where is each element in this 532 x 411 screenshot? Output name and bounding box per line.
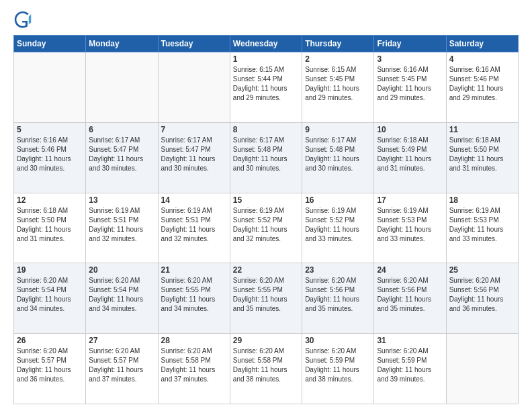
- calendar-cell: 17Sunrise: 6:19 AM Sunset: 5:53 PM Dayli…: [374, 193, 446, 263]
- weekday-header-sunday: Sunday: [14, 36, 86, 52]
- header: [13, 11, 519, 30]
- week-row-4: 19Sunrise: 6:20 AM Sunset: 5:54 PM Dayli…: [14, 263, 519, 334]
- calendar-cell: 1Sunrise: 6:15 AM Sunset: 5:44 PM Daylig…: [230, 52, 302, 123]
- day-number: 4: [449, 54, 515, 64]
- day-info: Sunrise: 6:19 AM Sunset: 5:51 PM Dayligh…: [161, 206, 227, 244]
- day-info: Sunrise: 6:20 AM Sunset: 5:59 PM Dayligh…: [377, 347, 443, 384]
- calendar-cell: 21Sunrise: 6:20 AM Sunset: 5:55 PM Dayli…: [158, 263, 230, 334]
- day-info: Sunrise: 6:16 AM Sunset: 5:46 PM Dayligh…: [449, 65, 515, 103]
- day-number: 31: [377, 336, 443, 345]
- week-row-3: 12Sunrise: 6:18 AM Sunset: 5:50 PM Dayli…: [14, 193, 519, 263]
- day-info: Sunrise: 6:20 AM Sunset: 5:57 PM Dayligh…: [17, 347, 83, 384]
- calendar-cell: 12Sunrise: 6:18 AM Sunset: 5:50 PM Dayli…: [14, 193, 86, 263]
- day-info: Sunrise: 6:20 AM Sunset: 5:58 PM Dayligh…: [233, 347, 299, 384]
- day-info: Sunrise: 6:18 AM Sunset: 5:50 PM Dayligh…: [449, 136, 515, 173]
- day-number: 6: [89, 125, 154, 134]
- day-info: Sunrise: 6:20 AM Sunset: 5:54 PM Dayligh…: [17, 276, 83, 314]
- day-info: Sunrise: 6:18 AM Sunset: 5:49 PM Dayligh…: [377, 136, 443, 173]
- calendar-cell: 11Sunrise: 6:18 AM Sunset: 5:50 PM Dayli…: [446, 122, 518, 193]
- day-info: Sunrise: 6:20 AM Sunset: 5:56 PM Dayligh…: [377, 276, 443, 314]
- calendar-cell: 13Sunrise: 6:19 AM Sunset: 5:51 PM Dayli…: [86, 193, 158, 263]
- calendar-cell: 29Sunrise: 6:20 AM Sunset: 5:58 PM Dayli…: [230, 334, 302, 404]
- day-info: Sunrise: 6:20 AM Sunset: 5:55 PM Dayligh…: [233, 276, 299, 314]
- calendar-cell: 8Sunrise: 6:17 AM Sunset: 5:48 PM Daylig…: [230, 122, 302, 193]
- calendar-cell: 5Sunrise: 6:16 AM Sunset: 5:46 PM Daylig…: [14, 122, 86, 193]
- day-number: 8: [233, 125, 299, 134]
- day-number: 7: [161, 125, 227, 134]
- page: SundayMondayTuesdayWednesdayThursdayFrid…: [0, 0, 532, 411]
- day-info: Sunrise: 6:17 AM Sunset: 5:47 PM Dayligh…: [89, 136, 154, 173]
- day-info: Sunrise: 6:20 AM Sunset: 5:58 PM Dayligh…: [161, 347, 227, 384]
- day-info: Sunrise: 6:15 AM Sunset: 5:45 PM Dayligh…: [305, 65, 371, 103]
- day-number: 14: [161, 195, 227, 205]
- day-number: 21: [161, 265, 227, 275]
- day-number: 27: [89, 336, 154, 345]
- calendar-cell: 19Sunrise: 6:20 AM Sunset: 5:54 PM Dayli…: [14, 263, 86, 334]
- day-number: 2: [305, 54, 371, 64]
- day-info: Sunrise: 6:20 AM Sunset: 5:56 PM Dayligh…: [305, 276, 371, 314]
- day-info: Sunrise: 6:20 AM Sunset: 5:59 PM Dayligh…: [305, 347, 371, 384]
- calendar-cell: 30Sunrise: 6:20 AM Sunset: 5:59 PM Dayli…: [302, 334, 374, 404]
- day-number: 9: [305, 125, 371, 134]
- day-number: 25: [449, 265, 515, 275]
- calendar-cell: [158, 52, 230, 123]
- day-number: 3: [377, 54, 443, 64]
- day-number: 24: [377, 265, 443, 275]
- calendar-cell: 3Sunrise: 6:16 AM Sunset: 5:45 PM Daylig…: [374, 52, 446, 123]
- calendar-cell: 23Sunrise: 6:20 AM Sunset: 5:56 PM Dayli…: [302, 263, 374, 334]
- day-number: 16: [305, 195, 371, 205]
- weekday-header-thursday: Thursday: [302, 36, 374, 52]
- logo: [13, 11, 35, 30]
- weekday-header-saturday: Saturday: [446, 36, 518, 52]
- day-info: Sunrise: 6:20 AM Sunset: 5:56 PM Dayligh…: [449, 276, 515, 314]
- day-number: 18: [449, 195, 515, 205]
- day-info: Sunrise: 6:20 AM Sunset: 5:54 PM Dayligh…: [89, 276, 154, 314]
- calendar-cell: 25Sunrise: 6:20 AM Sunset: 5:56 PM Dayli…: [446, 263, 518, 334]
- logo-icon: [13, 11, 32, 30]
- day-info: Sunrise: 6:19 AM Sunset: 5:53 PM Dayligh…: [377, 206, 443, 244]
- day-info: Sunrise: 6:16 AM Sunset: 5:46 PM Dayligh…: [17, 136, 83, 173]
- calendar: SundayMondayTuesdayWednesdayThursdayFrid…: [13, 35, 519, 404]
- weekday-header-row: SundayMondayTuesdayWednesdayThursdayFrid…: [14, 36, 519, 52]
- day-info: Sunrise: 6:20 AM Sunset: 5:57 PM Dayligh…: [89, 347, 154, 384]
- day-number: 13: [89, 195, 154, 205]
- calendar-cell: [446, 334, 518, 404]
- day-info: Sunrise: 6:18 AM Sunset: 5:50 PM Dayligh…: [17, 206, 83, 244]
- weekday-header-tuesday: Tuesday: [158, 36, 230, 52]
- day-number: 17: [377, 195, 443, 205]
- day-info: Sunrise: 6:15 AM Sunset: 5:44 PM Dayligh…: [233, 65, 299, 103]
- day-number: 30: [305, 336, 371, 345]
- calendar-cell: 16Sunrise: 6:19 AM Sunset: 5:52 PM Dayli…: [302, 193, 374, 263]
- day-info: Sunrise: 6:19 AM Sunset: 5:53 PM Dayligh…: [449, 206, 515, 244]
- day-number: 22: [233, 265, 299, 275]
- day-info: Sunrise: 6:19 AM Sunset: 5:52 PM Dayligh…: [233, 206, 299, 244]
- calendar-cell: 14Sunrise: 6:19 AM Sunset: 5:51 PM Dayli…: [158, 193, 230, 263]
- day-number: 12: [17, 195, 83, 205]
- calendar-cell: 7Sunrise: 6:17 AM Sunset: 5:47 PM Daylig…: [158, 122, 230, 193]
- day-number: 11: [449, 125, 515, 134]
- calendar-cell: 22Sunrise: 6:20 AM Sunset: 5:55 PM Dayli…: [230, 263, 302, 334]
- day-number: 20: [89, 265, 154, 275]
- calendar-cell: 4Sunrise: 6:16 AM Sunset: 5:46 PM Daylig…: [446, 52, 518, 123]
- day-number: 5: [17, 125, 83, 134]
- day-info: Sunrise: 6:19 AM Sunset: 5:52 PM Dayligh…: [305, 206, 371, 244]
- calendar-cell: 10Sunrise: 6:18 AM Sunset: 5:49 PM Dayli…: [374, 122, 446, 193]
- calendar-cell: 2Sunrise: 6:15 AM Sunset: 5:45 PM Daylig…: [302, 52, 374, 123]
- calendar-cell: [86, 52, 158, 123]
- day-number: 19: [17, 265, 83, 275]
- day-info: Sunrise: 6:20 AM Sunset: 5:55 PM Dayligh…: [161, 276, 227, 314]
- calendar-cell: [14, 52, 86, 123]
- day-number: 15: [233, 195, 299, 205]
- day-info: Sunrise: 6:17 AM Sunset: 5:48 PM Dayligh…: [305, 136, 371, 173]
- week-row-5: 26Sunrise: 6:20 AM Sunset: 5:57 PM Dayli…: [14, 334, 519, 404]
- day-info: Sunrise: 6:19 AM Sunset: 5:51 PM Dayligh…: [89, 206, 154, 244]
- calendar-cell: 6Sunrise: 6:17 AM Sunset: 5:47 PM Daylig…: [86, 122, 158, 193]
- calendar-cell: 31Sunrise: 6:20 AM Sunset: 5:59 PM Dayli…: [374, 334, 446, 404]
- day-number: 1: [233, 54, 299, 64]
- day-number: 28: [161, 336, 227, 345]
- day-number: 29: [233, 336, 299, 345]
- calendar-cell: 15Sunrise: 6:19 AM Sunset: 5:52 PM Dayli…: [230, 193, 302, 263]
- calendar-cell: 27Sunrise: 6:20 AM Sunset: 5:57 PM Dayli…: [86, 334, 158, 404]
- calendar-cell: 18Sunrise: 6:19 AM Sunset: 5:53 PM Dayli…: [446, 193, 518, 263]
- calendar-cell: 24Sunrise: 6:20 AM Sunset: 5:56 PM Dayli…: [374, 263, 446, 334]
